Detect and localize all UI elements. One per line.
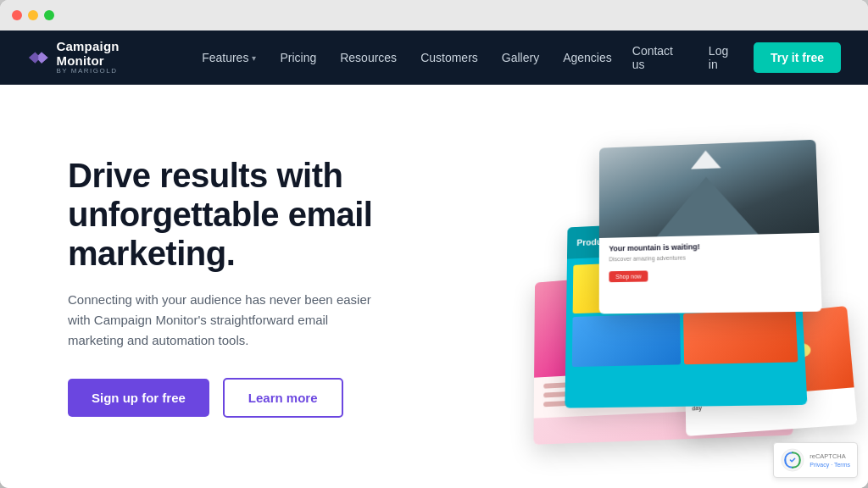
minimize-button[interactable] — [28, 10, 38, 20]
campaign-monitor-logo-icon — [27, 49, 50, 66]
mountain-card-sub: Discover amazing adventures — [609, 252, 810, 263]
logo-text: Campaign Monitor by Marigold — [57, 40, 165, 75]
browser-chrome — [0, 0, 868, 30]
recaptcha-icon — [781, 448, 804, 472]
hero-heading: Drive results with unforgettable email m… — [68, 156, 475, 273]
nav-gallery[interactable]: Gallery — [492, 44, 549, 71]
page-content: Campaign Monitor by Marigold Features ▾ … — [0, 30, 868, 488]
recaptcha-label: reCAPTCHA — [810, 452, 850, 462]
hero-illustration: day Products — [478, 117, 868, 456]
signup-button[interactable]: Sign up for free — [68, 379, 209, 417]
hero-buttons: Sign up for free Learn more — [68, 378, 475, 418]
logo[interactable]: Campaign Monitor by Marigold — [27, 40, 164, 75]
mountain-image — [599, 140, 819, 238]
logo-sub-text: by Marigold — [57, 68, 165, 75]
email-card-mountain: Your mountain is waiting! Discover amazi… — [599, 140, 822, 314]
maximize-button[interactable] — [44, 10, 54, 20]
nav-right: Contact us Log in Try it free — [622, 37, 841, 78]
nav-customers[interactable]: Customers — [410, 44, 488, 71]
mountain-snow — [691, 150, 721, 169]
nav-agencies[interactable]: Agencies — [553, 44, 622, 71]
nav-links: Features ▾ Pricing Resources Customers G… — [192, 44, 622, 71]
hero-subtext: Connecting with your audience has never … — [68, 290, 373, 351]
hero-content: Drive results with unforgettable email m… — [68, 156, 475, 418]
logo-main-text: Campaign Monitor — [57, 40, 165, 68]
recaptcha-links[interactable]: Privacy · Terms — [810, 462, 850, 468]
nav-resources[interactable]: Resources — [330, 44, 407, 71]
navbar: Campaign Monitor by Marigold Features ▾ … — [0, 30, 868, 85]
grid-item — [683, 310, 798, 365]
mountain-card-content: Your mountain is waiting! Discover amazi… — [599, 233, 821, 290]
mountain-card-cta: Shop now — [609, 270, 648, 282]
browser-window: Campaign Monitor by Marigold Features ▾ … — [0, 0, 868, 488]
recaptcha-badge: reCAPTCHA Privacy · Terms — [773, 442, 858, 478]
learn-more-button[interactable]: Learn more — [223, 378, 343, 418]
chevron-down-icon: ▾ — [252, 53, 256, 63]
nav-pricing[interactable]: Pricing — [270, 44, 326, 71]
email-stack: day Products — [478, 117, 868, 456]
try-free-button[interactable]: Try it free — [754, 42, 841, 73]
hero-section: Drive results with unforgettable email m… — [0, 85, 868, 488]
close-button[interactable] — [12, 10, 22, 20]
recaptcha-text-block: reCAPTCHA Privacy · Terms — [810, 452, 850, 468]
grid-item — [572, 313, 681, 367]
mountain-card-headline: Your mountain is waiting! — [609, 240, 809, 252]
login-link[interactable]: Log in — [698, 37, 747, 78]
mountain-shape — [656, 175, 758, 237]
nav-features[interactable]: Features ▾ — [192, 44, 266, 71]
contact-link[interactable]: Contact us — [622, 37, 692, 78]
